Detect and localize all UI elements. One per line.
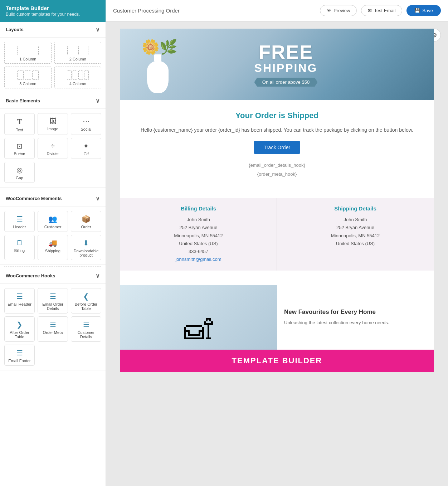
- basic-elements-chevron-icon: ∨: [96, 97, 100, 104]
- billing-title: Billing Details: [129, 205, 268, 212]
- billing-email-wrap: johnsmith@gmail.com: [129, 256, 268, 263]
- woocommerce-elements-chevron-icon: ∨: [96, 195, 100, 202]
- layouts-chevron-icon: ∨: [96, 26, 100, 33]
- preview-label: Preview: [333, 8, 350, 13]
- flowers-decoration: 🌼🌿: [142, 39, 177, 55]
- email-banner: 🌼🌿 FREE SHIPPING On all order above $50: [120, 29, 434, 100]
- hook-after-order-table-icon: ❯: [16, 320, 23, 329]
- layout-3col[interactable]: 3 Column: [4, 67, 52, 88]
- woo-shipping-icon: 🚚: [48, 239, 57, 247]
- vase-body: [147, 61, 169, 93]
- element-text[interactable]: T Text: [4, 113, 35, 135]
- shipping-country: United States (US): [286, 240, 425, 248]
- element-woo-downloadable[interactable]: ⬇ Downloadable product: [71, 235, 101, 260]
- woocommerce-hooks-section-header[interactable]: WooCommerce Hooks ∨: [0, 268, 106, 284]
- layout-4col[interactable]: 4 Column: [54, 67, 102, 88]
- section-divider: [135, 278, 419, 278]
- basic-elements-section-header[interactable]: Basic Elements ∨: [0, 93, 106, 109]
- element-image[interactable]: 🖼 Image: [38, 113, 68, 135]
- element-woo-customer[interactable]: 👥 Customer: [38, 211, 68, 232]
- element-divider-label: Divider: [47, 151, 59, 156]
- element-woo-billing-label: Billing: [14, 248, 25, 253]
- woocommerce-hooks-label: WooCommerce Hooks: [6, 273, 55, 278]
- element-hook-email-order-details[interactable]: ☰ Email Order Details: [38, 288, 68, 314]
- sofa-icon: 🛋: [184, 313, 213, 350]
- canvas-area: ⚙ 🌼🌿 FREE SHIPPING On all order above $5…: [106, 21, 448, 486]
- woocommerce-hooks-chevron-icon: ∨: [96, 272, 100, 279]
- order-shipped-title: Your Order is Shipped: [138, 111, 416, 120]
- product-description: Unleashing the latest collection every h…: [284, 319, 427, 327]
- layout-1col[interactable]: 1 Column: [4, 42, 52, 64]
- element-woo-billing[interactable]: 🗒 Billing: [4, 235, 35, 260]
- billing-email[interactable]: johnsmith@gmail.com: [175, 257, 221, 262]
- free-text: FREE: [254, 42, 318, 62]
- button-icon: ⊡: [16, 142, 23, 150]
- test-email-icon: ✉: [368, 8, 372, 13]
- hook-before-order-table-icon: ❮: [83, 292, 89, 301]
- element-hook-customer-details[interactable]: ☰ Customer Details: [71, 316, 101, 342]
- element-social[interactable]: ⋯ Social: [71, 113, 101, 135]
- email-canvas: 🌼🌿 FREE SHIPPING On all order above $50 …: [120, 29, 434, 372]
- element-social-label: Social: [81, 127, 92, 131]
- layout-2col[interactable]: 2 Column: [54, 42, 102, 64]
- save-icon: 💾: [414, 8, 420, 13]
- layout-1col-label: 1 Column: [19, 57, 36, 61]
- divider-icon: ÷: [51, 142, 55, 150]
- element-woo-header[interactable]: ☰ Header: [4, 211, 35, 232]
- template-builder-cta: TEMPLATE BUILDER: [120, 350, 434, 372]
- element-hook-order-meta-label: Order Meta: [43, 330, 63, 335]
- element-hook-email-footer[interactable]: ☰ Email Footer: [4, 345, 35, 366]
- basic-elements-label: Basic Elements: [6, 98, 40, 103]
- woo-order-icon: 📦: [82, 215, 91, 223]
- element-hook-email-header[interactable]: ☰ Email Header: [4, 288, 35, 314]
- shipping-city: Minneapolis, MN 55412: [286, 232, 425, 240]
- order-text: Hello {customer_name} your order {order_…: [138, 126, 416, 134]
- element-divider[interactable]: ÷ Divider: [38, 138, 68, 159]
- sidebar-title: Template Builder: [6, 5, 100, 11]
- layouts-section-header[interactable]: Layouts ∨: [0, 22, 106, 38]
- sidebar-subtitle: Build custom templates for your needs.: [6, 12, 100, 17]
- track-order-button[interactable]: Track Order: [254, 141, 300, 154]
- billing-city: Minneapolis, MN 55412: [129, 232, 268, 240]
- shipping-title: Shipping Details: [286, 205, 425, 212]
- ribbon-text: On all order above $50: [254, 78, 318, 87]
- shipping-address1: 252 Bryan Avenue: [286, 224, 425, 232]
- element-woo-customer-label: Customer: [44, 225, 62, 229]
- element-gap[interactable]: ◎ Gap: [4, 162, 35, 183]
- hook-email-order-details-icon: ☰: [50, 292, 56, 301]
- element-hook-order-meta[interactable]: ☰ Order Meta: [38, 316, 68, 342]
- layout-4col-label: 4 Column: [69, 82, 86, 86]
- save-button[interactable]: 💾 Save: [406, 5, 441, 16]
- track-button-wrap: Track Order: [138, 141, 416, 154]
- woocommerce-hooks-grid: ☰ Email Header ☰ Email Order Details ❮ B…: [0, 284, 106, 370]
- element-hook-after-order-table[interactable]: ❯ After Order Table: [4, 316, 35, 342]
- email-order-details-hook: {email_order_details_hook}: [138, 162, 416, 168]
- email-body: Your Order is Shipped Hello {customer_na…: [120, 100, 434, 191]
- woocommerce-elements-section-header[interactable]: WooCommerce Elements ∨: [0, 191, 106, 206]
- element-hook-before-order-table[interactable]: ❮ Before Order Table: [71, 288, 101, 314]
- woocommerce-elements-grid: ☰ Header 👥 Customer 📦 Order 🗒 Billing 🚚 …: [0, 206, 106, 265]
- preview-button[interactable]: 👁 Preview: [320, 5, 357, 16]
- main-area: Customer Processing Order 👁 Preview ✉ Te…: [106, 0, 448, 486]
- layouts-grid: 1 Column 2 Column 3 Column: [0, 38, 106, 93]
- gif-icon: ✦: [83, 142, 89, 150]
- element-button[interactable]: ⊡ Button: [4, 138, 35, 159]
- element-gif-label: Gif: [83, 152, 88, 156]
- element-hook-customer-details-label: Customer Details: [73, 330, 99, 339]
- billing-address: John Smith 252 Bryan Avenue Minneapolis,…: [129, 216, 268, 263]
- element-woo-shipping[interactable]: 🚚 Shipping: [38, 235, 68, 260]
- text-icon: T: [17, 117, 22, 126]
- woocommerce-elements-label: WooCommerce Elements: [6, 196, 62, 201]
- element-hook-email-order-details-label: Email Order Details: [39, 302, 66, 311]
- element-woo-order[interactable]: 📦 Order: [71, 211, 101, 232]
- billing-phone: 333-6457: [129, 248, 268, 256]
- sidebar: Template Builder Build custom templates …: [0, 0, 106, 486]
- hook-email-footer-icon: ☰: [16, 349, 23, 357]
- hook-email-header-icon: ☰: [16, 292, 23, 301]
- element-gif[interactable]: ✦ Gif: [71, 138, 101, 159]
- layout-2col-label: 2 Column: [69, 57, 86, 61]
- test-email-button[interactable]: ✉ Test Email: [361, 5, 402, 16]
- product-section: 🛋 New Favourites for Every Home Unleashi…: [120, 285, 434, 350]
- billing-shipping-row: Billing Details John Smith 252 Bryan Ave…: [120, 198, 434, 271]
- topbar-title: Customer Processing Order: [113, 8, 316, 14]
